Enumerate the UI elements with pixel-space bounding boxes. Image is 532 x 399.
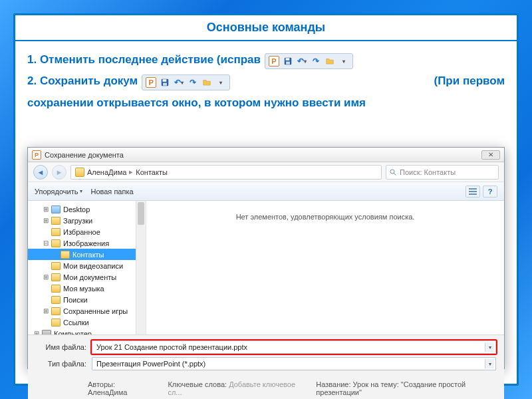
undo-icon[interactable]: ↶▾: [296, 55, 308, 67]
nav-back-icon[interactable]: ◄: [33, 165, 48, 180]
tree-item[interactable]: ⊞Компьютер: [28, 328, 146, 334]
tree-item[interactable]: Моя музыка: [28, 283, 146, 294]
folder-icon: [51, 285, 61, 293]
tree-item[interactable]: ⊞Загрузки: [28, 215, 146, 226]
open-folder-icon[interactable]: [201, 76, 213, 88]
expand-icon[interactable]: ⊞: [43, 307, 49, 315]
bullet-1-text-a: 1. Отменить последнее действие (исправ: [27, 49, 261, 70]
tree-label: Мои документы: [63, 273, 116, 281]
tree-item[interactable]: ⊞Сохраненные игры: [28, 305, 146, 317]
help-icon[interactable]: ?: [483, 186, 497, 198]
expand-icon[interactable]: ⊟: [43, 239, 49, 247]
nav-forward-icon[interactable]: ►: [52, 165, 66, 180]
tree-label: Контакты: [72, 251, 104, 259]
tree-item[interactable]: Избранное: [28, 226, 146, 237]
search-input[interactable]: Поиск: Контакты: [386, 165, 499, 180]
open-folder-icon[interactable]: [324, 55, 336, 67]
filename-input[interactable]: Урок 21 Создание простой презентации.ppt…: [92, 340, 496, 354]
bullet-2-tail: (При первом: [434, 70, 505, 92]
new-folder-button[interactable]: Новая папка: [90, 188, 133, 196]
undo-icon[interactable]: ↶▾: [173, 76, 185, 88]
filetype-label: Тип файла:: [36, 360, 86, 368]
folder-icon: [51, 205, 61, 213]
tree-item[interactable]: ⊞Desktop: [28, 203, 146, 215]
organize-menu[interactable]: Упорядочить▾: [35, 188, 82, 196]
tree-label: Избранное: [63, 228, 100, 236]
svg-line-7: [394, 173, 396, 175]
qat-more-icon[interactable]: ▾: [215, 76, 227, 88]
bullet-2: 2. Сохранить докум P ↶▾ ↷ ▾ (При первом: [27, 70, 505, 92]
folder-icon: [51, 296, 61, 304]
dialog-titlebar: P Сохранение документа ✕: [28, 148, 504, 162]
qat-2: P ↶▾ ↷ ▾: [142, 74, 230, 90]
search-placeholder: Поиск: Контакты: [400, 168, 456, 176]
filetype-value: Презентация PowerPoint (*.pptx): [96, 360, 205, 368]
svg-rect-1: [285, 58, 289, 61]
breadcrumb[interactable]: АленаДима ▸ Контакты: [70, 165, 382, 180]
svg-rect-5: [163, 83, 167, 86]
filetype-select[interactable]: Презентация PowerPoint (*.pptx) ▾: [92, 357, 496, 370]
filename-fields: Имя файла: Урок 21 Создание простой през…: [28, 335, 504, 378]
slide-card: Основные команды 1. Отменить последнее д…: [13, 13, 519, 386]
bullet-2-text-a: 2. Сохранить докум: [27, 70, 138, 92]
filename-value: Урок 21 Создание простой презентации.ppt…: [96, 343, 247, 351]
crumb-part-1[interactable]: АленаДима: [87, 168, 126, 176]
chevron-right-icon: ▸: [129, 168, 133, 176]
chevron-down-icon[interactable]: ▾: [485, 342, 494, 352]
chevron-down-icon[interactable]: ▾: [485, 359, 494, 368]
tree-label: Мои видеозаписи: [63, 262, 123, 270]
slide-content: 1. Отменить последнее действие (исправ P…: [15, 47, 517, 116]
close-icon[interactable]: ✕: [481, 150, 500, 160]
svg-rect-4: [163, 80, 167, 82]
keywords-label: Ключевые слова:: [168, 380, 227, 388]
folder-tree[interactable]: ⊞Desktop⊞ЗагрузкиИзбранное⊟ИзображенияКо…: [28, 201, 146, 334]
scrollbar[interactable]: [136, 201, 146, 334]
empty-message: Нет элементов, удовлетворяющих условиям …: [236, 213, 415, 221]
redo-icon[interactable]: ↷: [310, 55, 322, 67]
file-list-area: Нет элементов, удовлетворяющих условиям …: [146, 201, 504, 334]
scroll-thumb[interactable]: [138, 202, 144, 225]
tree-item[interactable]: ⊞Мои документы: [28, 271, 146, 283]
expand-icon[interactable]: ⊞: [43, 217, 49, 224]
tree-label: Изображения: [63, 239, 109, 247]
filename-label: Имя файла:: [36, 343, 86, 351]
svg-rect-10: [469, 194, 477, 195]
dialog-toolbar: Упорядочить▾ Новая папка ?: [28, 182, 504, 201]
view-mode-icon[interactable]: [466, 186, 480, 198]
tree-label: Загрузки: [63, 217, 92, 225]
title-divider: [15, 40, 517, 41]
qat-1: P ↶▾ ↷ ▾: [265, 53, 353, 69]
tree-label: Desktop: [63, 205, 90, 213]
authors-value[interactable]: АленаДима: [88, 388, 127, 396]
save-icon[interactable]: [159, 76, 171, 88]
tree-label: Ссылки: [63, 319, 89, 327]
dialog-body: ⊞Desktop⊞ЗагрузкиИзбранное⊟ИзображенияКо…: [28, 201, 504, 335]
powerpoint-icon: P: [32, 150, 41, 160]
tree-item[interactable]: Контакты: [28, 249, 146, 260]
crumb-part-2[interactable]: Контакты: [136, 168, 168, 176]
tree-item[interactable]: Мои видеозаписи: [28, 260, 146, 271]
view-buttons: ?: [466, 186, 497, 198]
tree-label: Сохраненные игры: [63, 307, 128, 315]
save-icon[interactable]: [282, 55, 294, 67]
slide-title: Основные команды: [15, 15, 517, 40]
tree-item[interactable]: Ссылки: [28, 317, 146, 328]
redo-icon[interactable]: ↷: [187, 76, 199, 88]
authors-label: Авторы:: [88, 380, 115, 388]
save-dialog: P Сохранение документа ✕ ◄ ► АленаДима ▸…: [27, 147, 505, 369]
bullet-2-line3: сохранении открывается окно, в котором н…: [27, 92, 505, 114]
tree-item[interactable]: Поиски: [28, 294, 146, 305]
powerpoint-icon: P: [268, 55, 280, 67]
doc-title-label: Название:: [316, 380, 350, 388]
expand-icon[interactable]: ⊞: [33, 330, 39, 334]
metadata-row: Авторы: АленаДима Ключевые слова: Добавь…: [28, 378, 504, 399]
folder-icon: [51, 307, 61, 315]
expand-icon[interactable]: ⊞: [43, 205, 49, 213]
svg-point-6: [390, 170, 394, 174]
qat-more-icon[interactable]: ▾: [338, 55, 350, 67]
tree-item[interactable]: ⊟Изображения: [28, 237, 146, 249]
svg-rect-2: [286, 62, 290, 65]
expand-icon[interactable]: ⊞: [43, 273, 49, 281]
address-bar: ◄ ► АленаДима ▸ Контакты Поиск: Контакты: [28, 162, 504, 182]
tree-label: Моя музыка: [63, 285, 104, 293]
